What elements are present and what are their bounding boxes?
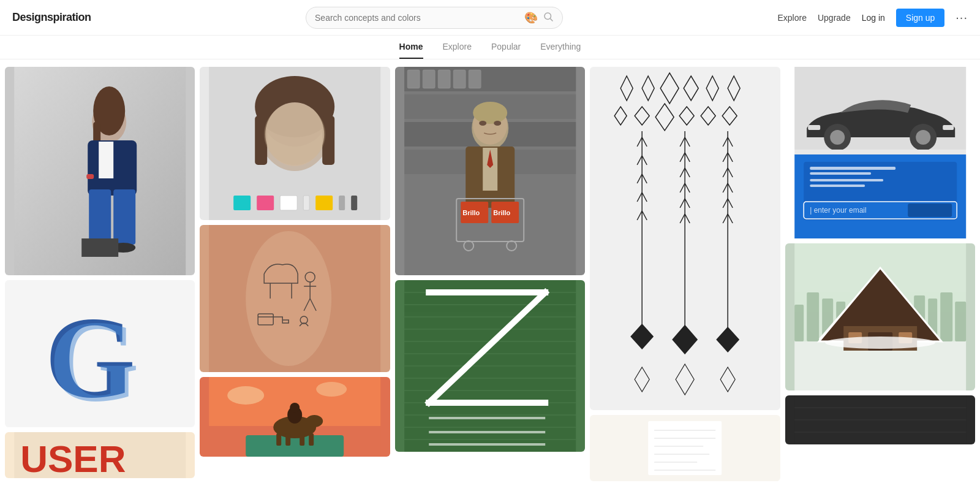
search-input[interactable]: [315, 13, 524, 23]
svg-rect-177: [810, 179, 883, 181]
svg-rect-48: [277, 433, 282, 446]
list-item[interactable]: [200, 377, 390, 457]
svg-point-71: [473, 102, 507, 124]
search-icons-group: 🎨: [524, 11, 554, 25]
svg-point-54: [290, 403, 300, 413]
svg-rect-191: [955, 302, 966, 341]
list-item[interactable]: [395, 280, 585, 452]
list-item[interactable]: G G: [5, 280, 195, 427]
svg-point-167: [830, 130, 845, 145]
masonry-col-5: | enter your email: [785, 67, 975, 481]
signup-button[interactable]: Sign up: [896, 9, 944, 27]
svg-rect-9: [89, 189, 111, 245]
svg-rect-8: [99, 142, 113, 178]
svg-rect-61: [407, 70, 420, 88]
svg-point-44: [228, 386, 265, 405]
svg-rect-13: [86, 174, 94, 179]
svg-text:Brillo: Brillo: [462, 209, 480, 216]
svg-rect-29: [257, 196, 274, 210]
palette-icon[interactable]: 🎨: [524, 11, 538, 25]
svg-rect-175: [810, 167, 895, 170]
svg-rect-170: [808, 125, 820, 130]
list-item[interactable]: [785, 395, 975, 444]
header-right: Explore Upgrade Log in Sign up ···: [778, 9, 968, 27]
svg-rect-190: [940, 292, 952, 341]
masonry-col-4: [590, 67, 780, 481]
search-icon[interactable]: [543, 11, 554, 25]
svg-line-1: [550, 18, 552, 21]
svg-point-45: [317, 382, 347, 397]
explore-nav-link[interactable]: Explore: [778, 13, 807, 23]
svg-rect-14: [81, 238, 118, 257]
list-item[interactable]: [785, 243, 975, 390]
svg-text:G: G: [48, 297, 139, 425]
nav-tabs: Home Explore Popular Everything: [0, 36, 980, 59]
svg-rect-51: [309, 433, 314, 446]
svg-rect-65: [469, 70, 481, 88]
list-item[interactable]: | enter your email: [785, 67, 975, 238]
tab-everything[interactable]: Everything: [540, 42, 581, 59]
list-item[interactable]: USER: [5, 432, 195, 478]
login-button[interactable]: Log in: [862, 13, 885, 23]
svg-rect-62: [423, 70, 435, 88]
more-button[interactable]: ···: [956, 10, 968, 25]
svg-rect-63: [438, 70, 450, 88]
svg-rect-46: [246, 435, 344, 457]
header: Designspiration 🎨 Explore Upgrade Log in…: [0, 0, 980, 36]
svg-rect-10: [113, 189, 135, 245]
masonry-col-3: Brillo Brillo: [395, 67, 585, 481]
svg-rect-181: [908, 204, 952, 217]
masonry-col-1: G G USER: [5, 67, 195, 481]
svg-rect-158: [648, 421, 722, 475]
list-item[interactable]: [5, 67, 195, 275]
svg-point-0: [545, 13, 551, 20]
tab-popular[interactable]: Popular: [491, 42, 521, 59]
svg-rect-185: [807, 292, 819, 341]
list-item[interactable]: [200, 225, 390, 372]
list-item[interactable]: Brillo Brillo: [395, 67, 585, 275]
svg-rect-30: [281, 196, 298, 210]
svg-rect-184: [794, 305, 804, 341]
list-item[interactable]: [590, 67, 780, 410]
svg-point-169: [916, 130, 930, 145]
svg-rect-50: [300, 433, 305, 446]
svg-point-72: [479, 121, 486, 126]
svg-rect-34: [352, 196, 358, 210]
svg-point-52: [306, 415, 323, 427]
list-item[interactable]: [590, 415, 780, 481]
logo: Designspiration: [12, 11, 91, 24]
svg-rect-33: [339, 196, 345, 210]
list-item[interactable]: [200, 67, 390, 220]
svg-rect-176: [810, 172, 871, 175]
tab-explore[interactable]: Explore: [443, 42, 472, 59]
svg-rect-28: [234, 196, 251, 210]
svg-point-27: [265, 104, 326, 165]
svg-text:| enter your email: | enter your email: [810, 206, 867, 215]
svg-point-73: [494, 121, 501, 126]
svg-text:Brillo: Brillo: [493, 209, 510, 216]
svg-rect-172: [794, 150, 966, 154]
svg-rect-32: [316, 196, 333, 210]
svg-point-200: [825, 337, 935, 349]
masonry-grid: G G USER: [0, 59, 980, 489]
upgrade-nav-link[interactable]: Upgrade: [818, 13, 851, 23]
svg-rect-178: [810, 185, 865, 187]
svg-point-36: [246, 231, 332, 366]
svg-text:USER: USER: [20, 438, 126, 478]
masonry-col-2: [200, 67, 390, 481]
tab-home[interactable]: Home: [399, 42, 423, 59]
svg-rect-64: [453, 70, 466, 88]
svg-rect-49: [286, 433, 291, 446]
svg-rect-31: [304, 196, 310, 210]
svg-rect-171: [943, 125, 954, 130]
search-bar: 🎨: [306, 7, 563, 29]
